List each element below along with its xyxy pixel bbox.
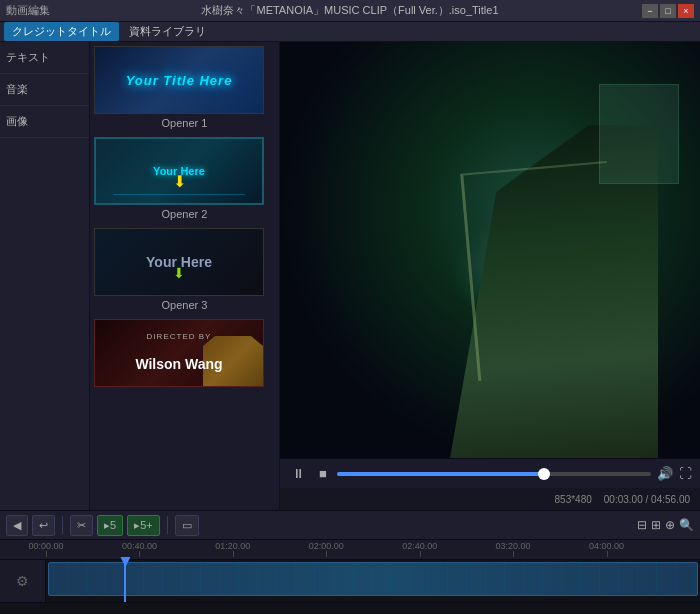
ruler-tick-0 bbox=[46, 551, 47, 557]
template-3-arrow: ⬇ bbox=[173, 265, 185, 281]
template-card-2: Your Here ⬇ Opener 2 bbox=[94, 137, 275, 220]
template-thumb-1[interactable]: Your Title Here bbox=[94, 46, 264, 114]
ruler-label-5: 03:20.00 bbox=[496, 541, 531, 551]
template-3-label: Opener 3 bbox=[94, 299, 275, 311]
title-bar: 動画編集 水樹奈々「METANOIA」MUSIC CLIP（Full Ver.）… bbox=[0, 0, 700, 22]
video-resolution: 853*480 bbox=[555, 494, 592, 505]
ruler-tick-1 bbox=[139, 551, 140, 557]
scene-railing bbox=[460, 161, 625, 381]
window-title: 水樹奈々「METANOIA」MUSIC CLIP（Full Ver.）.iso_… bbox=[201, 3, 498, 18]
toolbar: ◀ ↩ ✂ ▸5 ▸5+ ▭ ⊟ ⊞ ⊕ 🔍 bbox=[0, 510, 700, 540]
menu-bar: クレジットタイトル 資料ライブラリ bbox=[0, 22, 700, 42]
title-bar-left: 動画編集 bbox=[6, 3, 50, 18]
template-1-title: Your Title Here bbox=[126, 73, 233, 88]
zoom-fit-button[interactable]: ⊞ bbox=[651, 518, 661, 532]
sidebar-item-music[interactable]: 音楽 bbox=[0, 74, 89, 106]
template-thumb-4[interactable]: DIRECTED BY Wilson Wang bbox=[94, 319, 264, 387]
timeline-tracks: ⚙ bbox=[0, 560, 700, 602]
track-label: ⚙ bbox=[0, 560, 46, 602]
ruler-label-4: 02:40.00 bbox=[402, 541, 437, 551]
template-2-lines bbox=[113, 194, 246, 195]
library-panel: Your Title Here Opener 1 Your Here ⬇ Ope… bbox=[90, 42, 280, 510]
template-card-1: Your Title Here Opener 1 bbox=[94, 46, 275, 129]
template-card-3: Your Here ⬇ Opener 3 bbox=[94, 228, 275, 311]
main-layout: テキスト 音楽 画像 Your Title Here Opener 1 Your… bbox=[0, 42, 700, 510]
stop-button[interactable]: ■ bbox=[315, 464, 331, 483]
ruler-tick-2 bbox=[233, 551, 234, 557]
template-1-label: Opener 1 bbox=[94, 117, 275, 129]
tool-step5plus-button[interactable]: ▸5+ bbox=[127, 515, 160, 536]
tool-back-button[interactable]: ◀ bbox=[6, 515, 28, 536]
template-thumb-3[interactable]: Your Here ⬇ bbox=[94, 228, 264, 296]
timeline-ruler: 00:00.00 00:40.00 01:20.00 02:00.00 02:4… bbox=[0, 540, 700, 560]
sidebar: テキスト 音楽 画像 bbox=[0, 42, 90, 510]
menu-item-credits[interactable]: クレジットタイトル bbox=[4, 22, 119, 41]
track-content[interactable] bbox=[46, 560, 700, 602]
video-info: 853*480 00:03.00 / 04:56.00 bbox=[280, 488, 700, 510]
ruler-tick-6 bbox=[607, 551, 608, 557]
playhead[interactable] bbox=[124, 560, 126, 602]
menu-item-library[interactable]: 資料ライブラリ bbox=[121, 22, 214, 41]
sidebar-item-image[interactable]: 画像 bbox=[0, 106, 89, 138]
progress-thumb[interactable] bbox=[538, 468, 550, 480]
zoom-in-button[interactable]: ⊕ bbox=[665, 518, 675, 532]
ruler-tick-5 bbox=[513, 551, 514, 557]
ruler-tick-3 bbox=[326, 551, 327, 557]
ruler-label-6: 04:00.00 bbox=[589, 541, 624, 551]
close-button[interactable]: × bbox=[678, 4, 694, 18]
scene-window bbox=[599, 84, 679, 184]
track-clip[interactable] bbox=[48, 562, 698, 596]
progress-bar[interactable] bbox=[337, 472, 651, 476]
ruler-tick-4 bbox=[420, 551, 421, 557]
timeline-area: 00:00.00 00:40.00 01:20.00 02:00.00 02:4… bbox=[0, 540, 700, 602]
zoom-out-button[interactable]: ⊟ bbox=[637, 518, 647, 532]
ruler-label-2: 01:20.00 bbox=[215, 541, 250, 551]
ruler-marks: 00:00.00 00:40.00 01:20.00 02:00.00 02:4… bbox=[0, 541, 700, 557]
track-icon: ⚙ bbox=[16, 573, 29, 589]
toolbar-separator-2 bbox=[167, 516, 168, 534]
template-2-label: Opener 2 bbox=[94, 208, 275, 220]
maximize-button[interactable]: □ bbox=[660, 4, 676, 18]
tool-other-button[interactable]: ▭ bbox=[175, 515, 199, 536]
ruler-label-1: 00:40.00 bbox=[122, 541, 157, 551]
video-controls: ⏸ ■ 🔊 ⛶ bbox=[280, 458, 700, 488]
template-thumb-2[interactable]: Your Here ⬇ bbox=[94, 137, 264, 205]
video-scene bbox=[280, 42, 700, 458]
minimize-button[interactable]: − bbox=[642, 4, 658, 18]
template-card-4: DIRECTED BY Wilson Wang bbox=[94, 319, 275, 387]
tool-undo-button[interactable]: ↩ bbox=[32, 515, 55, 536]
track-clip-pattern bbox=[49, 563, 697, 595]
bottom-panel: はい キャンセル bbox=[0, 602, 700, 614]
video-area[interactable] bbox=[280, 42, 700, 458]
app-name: 動画編集 bbox=[6, 3, 50, 18]
pause-button[interactable]: ⏸ bbox=[288, 464, 309, 483]
volume-button[interactable]: 🔊 bbox=[657, 466, 673, 481]
template-4-directed: DIRECTED BY bbox=[147, 332, 212, 341]
tool-cut-button[interactable]: ✂ bbox=[70, 515, 93, 536]
sidebar-item-text[interactable]: テキスト bbox=[0, 42, 89, 74]
video-panel: ⏸ ■ 🔊 ⛶ 853*480 00:03.00 / 04:56.00 bbox=[280, 42, 700, 510]
template-2-arrow: ⬇ bbox=[173, 172, 186, 191]
zoom-search-button[interactable]: 🔍 bbox=[679, 518, 694, 532]
progress-fill bbox=[337, 472, 544, 476]
fullscreen-button[interactable]: ⛶ bbox=[679, 466, 692, 481]
toolbar-separator-1 bbox=[62, 516, 63, 534]
ruler-mark-6: 04:00.00 bbox=[607, 541, 700, 557]
template-4-name: Wilson Wang bbox=[135, 356, 222, 372]
tool-step5-button[interactable]: ▸5 bbox=[97, 515, 123, 536]
video-time: 00:03.00 / 04:56.00 bbox=[604, 494, 690, 505]
window-controls: − □ × bbox=[642, 4, 694, 18]
ruler-label-3: 02:00.00 bbox=[309, 541, 344, 551]
ruler-label-0: 00:00.00 bbox=[28, 541, 63, 551]
